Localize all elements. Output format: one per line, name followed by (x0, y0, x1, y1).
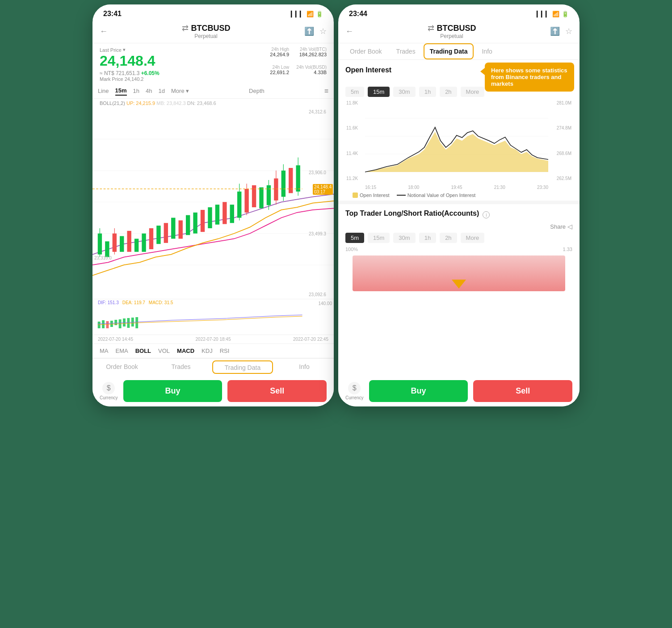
svg-rect-18 (179, 220, 183, 239)
current-price-label: 24,148.4 03:17 (313, 184, 333, 195)
ind-tab-kdj[interactable]: KDJ (202, 347, 213, 354)
header-nav-left: ← ⇄ BTCBUSD Perpetual ⬆️ ☆ (92, 20, 334, 43)
nav-order-book[interactable]: Order Book (92, 359, 151, 376)
sell-button-left[interactable]: Sell (227, 380, 327, 402)
star-icon-left[interactable]: ☆ (319, 26, 327, 36)
pill-1h-1[interactable]: 1h (419, 87, 436, 97)
pill-5m-1[interactable]: 5m (345, 87, 364, 97)
pill-30m-1[interactable]: 30m (393, 87, 415, 97)
svg-rect-42 (98, 322, 101, 328)
status-icons-left: ▎▎▎ 📶 🔋 (291, 11, 323, 17)
ind-tab-ema[interactable]: EMA (116, 347, 128, 354)
currency-icon-right: $ (348, 382, 361, 394)
time-right: 23:44 (349, 10, 367, 18)
svg-rect-45 (110, 321, 113, 327)
tab-trades[interactable]: Trades (390, 43, 422, 59)
pill-2h-2[interactable]: 2h (440, 233, 457, 243)
export-icon-left[interactable]: ⬆️ (304, 26, 314, 36)
currency-button-right[interactable]: $ Currency (345, 380, 364, 402)
nav-info[interactable]: Info (275, 359, 334, 376)
tab-1h[interactable]: 1h (133, 87, 139, 95)
pair-name-right: BTCBUSD (437, 24, 476, 33)
swap-icon-right: ⇄ (428, 23, 434, 33)
tab-trading-data[interactable]: Trading Data (424, 43, 474, 59)
svg-rect-38 (289, 168, 293, 193)
stat-24h-high: 24h High 24,264.9 (259, 47, 289, 57)
arrow-indicator (452, 280, 466, 290)
time-pills-2: 5m 15m 30m 1h 2h More (345, 233, 572, 243)
last-price-label: Last Price ▾ (100, 47, 259, 53)
svg-rect-46 (114, 320, 117, 325)
oi-x-axis: 16:15 18:00 19:45 21:30 23:30 (365, 185, 548, 190)
svg-rect-10 (120, 236, 124, 252)
pair-type-left: Perpetual (194, 33, 217, 39)
macd-svg (92, 306, 334, 333)
filter-icon[interactable]: ≡ (324, 87, 328, 95)
buy-button-left[interactable]: Buy (123, 380, 223, 402)
title-row-right: ⇄ BTCBUSD (428, 23, 476, 33)
pill-15m-2[interactable]: 15m (368, 233, 390, 243)
ls-labels: 100% 1.33 (345, 247, 572, 252)
tab-line[interactable]: Line (98, 87, 109, 95)
battery-icon: 🔋 (316, 11, 323, 17)
info-icon[interactable]: i (483, 211, 490, 218)
header-title-right: ⇄ BTCBUSD Perpetual (428, 23, 476, 39)
tab-order-book[interactable]: Order Book (344, 43, 388, 59)
currency-button-left[interactable]: $ Currency (100, 380, 118, 402)
legend-row-1: Open Interest Notional Value of Open Int… (345, 190, 572, 201)
depth-btn[interactable]: Depth (249, 88, 265, 94)
sell-button-right[interactable]: Sell (473, 380, 572, 402)
header-nav-right: ← ⇄ BTCBUSD Perpetual ⬆️ ☆ (338, 20, 580, 43)
ind-tab-rsi[interactable]: RSI (220, 347, 230, 354)
buy-button-right[interactable]: Buy (369, 380, 468, 402)
export-icon-right[interactable]: ⬆️ (550, 26, 560, 36)
boll-indicator: BOLL(21,2) UP: 24,215.9 MB: 23,842.3 DN:… (92, 99, 334, 108)
time-left: 23:41 (103, 10, 122, 18)
ind-tab-vol[interactable]: VOL (158, 347, 170, 354)
tab-info[interactable]: Info (475, 43, 498, 59)
pill-more-2[interactable]: More (461, 233, 485, 243)
svg-rect-17 (171, 218, 175, 239)
svg-rect-19 (186, 215, 190, 235)
pill-15m-1[interactable]: 15m (368, 87, 390, 97)
svg-rect-11 (127, 231, 131, 252)
pill-2h-1[interactable]: 2h (440, 87, 457, 97)
tab-4h[interactable]: 4h (146, 87, 152, 95)
more-chart-btn[interactable]: More ▾ (171, 88, 189, 94)
pill-5m-2[interactable]: 5m (345, 233, 364, 243)
share-icon-2[interactable]: ◁ (567, 223, 572, 230)
legend-oi-color (353, 193, 358, 198)
pill-30m-2[interactable]: 30m (393, 233, 415, 243)
price-right: 24h High 24,264.9 24h Vol(BTC) 184,262.8… (259, 47, 327, 82)
section-divider-1 (338, 201, 580, 204)
tab-15m[interactable]: 15m (115, 86, 127, 96)
nav-trading-data[interactable]: Trading Data (212, 360, 273, 374)
oi-y-left: 11.8K 11.6K 11.4K 11.2K (346, 100, 364, 181)
star-icon-right[interactable]: ☆ (565, 26, 572, 36)
signal-icon-r: ▎▎▎ (537, 11, 550, 17)
svg-rect-24 (223, 202, 227, 224)
svg-rect-23 (215, 205, 219, 225)
nav-trades[interactable]: Trades (151, 359, 210, 376)
ind-tab-ma[interactable]: MA (100, 347, 109, 354)
svg-rect-22 (208, 207, 212, 228)
status-bar-right: 23:44 ▎▎▎ 📶 🔋 (338, 4, 580, 20)
back-button-right[interactable]: ← (345, 27, 353, 36)
status-icons-right: ▎▎▎ 📶 🔋 (537, 11, 569, 17)
pill-more-1[interactable]: More (461, 87, 485, 97)
candlestick-svg (92, 108, 334, 286)
svg-rect-12 (134, 239, 139, 251)
pair-type-right: Perpetual (440, 33, 463, 39)
mark-price: Mark Price 24,140.2 (100, 76, 259, 82)
oi-y-right: 281.0M 274.8M 268.6M 262.5M (549, 100, 571, 181)
dropdown-icon: ▾ (123, 47, 126, 53)
legend-notional: Notional Value of Open Interest (397, 193, 476, 198)
currency-icon-left: $ (102, 382, 115, 394)
stat-24h-vol-busd: 24h Vol(BUSD) 4.33B (296, 65, 327, 75)
pill-1h-2[interactable]: 1h (419, 233, 436, 243)
tab-1d[interactable]: 1d (159, 87, 165, 95)
svg-rect-14 (149, 228, 153, 249)
back-button-left[interactable]: ← (100, 27, 108, 36)
ind-tab-macd[interactable]: MACD (177, 347, 194, 354)
ind-tab-boll[interactable]: BOLL (135, 347, 151, 354)
